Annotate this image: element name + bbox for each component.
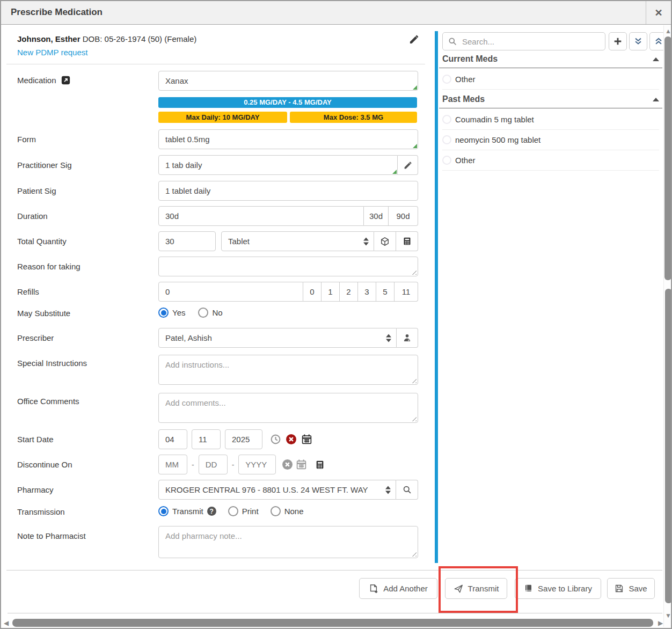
duration-input[interactable] — [158, 206, 364, 226]
prescriber-label: Prescriber — [17, 333, 54, 342]
dialog-titlebar: Prescribe Medication ✕ — [1, 1, 671, 25]
past-med-item-coumadin[interactable]: Coumadin 5 mg tablet — [442, 109, 659, 130]
dialog-scrollbar-thumb[interactable] — [665, 289, 672, 603]
clear-date-icon[interactable] — [286, 434, 297, 445]
duration-calculator-icon[interactable] — [315, 460, 325, 470]
med-radio[interactable] — [442, 115, 451, 124]
med-search-input[interactable] — [461, 36, 600, 47]
patient-sig-input[interactable] — [158, 181, 418, 201]
new-pdmp-request-link[interactable]: New PDMP request — [17, 48, 87, 57]
start-date-row — [158, 429, 418, 449]
doctor-icon[interactable] — [397, 328, 418, 348]
medication-input[interactable] — [158, 71, 418, 91]
substitute-no-label[interactable]: No — [212, 308, 222, 317]
collapse-triangle-icon — [653, 98, 659, 101]
start-year-input[interactable] — [225, 429, 262, 449]
past-meds-header[interactable]: Past Meds — [442, 94, 659, 104]
pharmacy-select[interactable]: KROGER CENTRAL 976 - 8801 U.S. 24 WEST F… — [158, 480, 396, 500]
start-date-label: Start Date — [17, 435, 54, 444]
substitute-no-radio[interactable] — [198, 308, 208, 318]
close-icon[interactable]: ✕ — [649, 5, 668, 20]
duration-row: 30d 90d — [158, 206, 418, 226]
titlebar-separator — [646, 1, 646, 24]
discontinue-day-input[interactable] — [199, 455, 228, 474]
calendar-icon[interactable] — [296, 459, 307, 470]
scroll-down-arrow[interactable]: ▼ — [665, 612, 671, 619]
prescriber-select[interactable]: Patel, Ashish — [158, 328, 397, 348]
special-instructions-input[interactable] — [158, 355, 418, 385]
start-month-input[interactable] — [158, 429, 187, 449]
external-link-icon[interactable] — [61, 76, 70, 85]
total-quantity-label: Total Quantity — [17, 237, 67, 246]
refills-quick-0-button[interactable]: 0 — [303, 282, 322, 302]
total-quantity-input[interactable] — [158, 231, 216, 251]
past-med-item-neomycin[interactable]: neomycin 500 mg tablet — [442, 130, 659, 150]
transmit-button[interactable]: Transmit — [445, 578, 507, 599]
add-another-button[interactable]: Add Another — [359, 578, 437, 599]
form-field-row — [158, 129, 418, 149]
start-day-input[interactable] — [192, 429, 221, 449]
refills-quick-1-button[interactable]: 1 — [322, 282, 340, 302]
add-med-plus-icon[interactable] — [609, 32, 627, 50]
practitioner-sig-input[interactable] — [158, 155, 398, 175]
section-underline — [439, 108, 662, 108]
med-radio[interactable] — [442, 75, 451, 84]
horizontal-scrollbar-thumb[interactable] — [12, 619, 653, 627]
past-med-item-other[interactable]: Other — [442, 150, 659, 171]
med-radio[interactable] — [442, 135, 451, 144]
quantity-unit-select[interactable]: Tablet — [221, 231, 374, 251]
transmission-print-radio[interactable] — [228, 506, 238, 516]
transmission-print-label[interactable]: Print — [242, 507, 259, 516]
calendar-icon[interactable] — [301, 434, 312, 445]
scroll-right-arrow[interactable]: ▶ — [658, 620, 663, 626]
scroll-left-arrow[interactable]: ◀ — [4, 620, 9, 626]
form-label: Form — [17, 135, 36, 144]
discontinue-year-input[interactable] — [238, 455, 276, 474]
current-med-item-other[interactable]: Other — [442, 69, 659, 90]
section-underline — [439, 68, 662, 68]
sidebar-accent-bar — [435, 31, 438, 563]
form-input[interactable] — [158, 129, 418, 149]
practitioner-sig-label: Practitioner Sig — [17, 160, 72, 170]
transmission-none-radio[interactable] — [271, 506, 281, 516]
pharmacy-search-icon[interactable] — [396, 480, 418, 500]
refills-quick-2-button[interactable]: 2 — [340, 282, 358, 302]
refills-input[interactable] — [158, 282, 303, 302]
transmit-help-icon[interactable]: ? — [207, 507, 216, 516]
refills-quick-11-button[interactable]: 11 — [395, 282, 418, 302]
pharmacy-note-input[interactable] — [158, 526, 418, 558]
quantity-calculator-icon[interactable] — [396, 231, 418, 251]
med-radio[interactable] — [442, 156, 451, 165]
transmission-none-label[interactable]: None — [284, 507, 304, 516]
refills-quick-3-button[interactable]: 3 — [358, 282, 376, 302]
office-comments-input[interactable] — [158, 393, 418, 423]
save-floppy-icon-button[interactable]: Save — [607, 578, 655, 599]
edit-patient-pencil-icon[interactable] — [409, 34, 419, 45]
current-meds-header[interactable]: Current Meds — [442, 54, 659, 64]
note-to-pharmacist-row — [158, 526, 418, 558]
substitute-yes-label[interactable]: Yes — [172, 308, 185, 317]
med-search-box — [442, 32, 605, 50]
reason-input[interactable] — [158, 257, 418, 276]
transmission-transmit-label[interactable]: Transmit — [172, 507, 203, 516]
practitioner-sig-row — [158, 155, 418, 175]
save-to-library-button[interactable]: Save to Library — [515, 578, 601, 599]
dialog-title: Prescribe Medication — [11, 7, 103, 18]
refills-quick-5-button[interactable]: 5 — [376, 282, 395, 302]
refills-row: 0 1 2 3 5 11 — [158, 282, 418, 302]
transmission-transmit-radio[interactable] — [158, 506, 169, 516]
expand-all-chevrons-icon[interactable] — [629, 32, 647, 50]
prescribe-medication-dialog: Prescribe Medication ✕ Johnson, Esther D… — [0, 0, 672, 629]
patient-sig-label: Patient Sig — [17, 186, 56, 195]
discontinue-month-input[interactable] — [158, 455, 187, 474]
duration-quick-30d-button[interactable]: 30d — [364, 206, 389, 226]
edit-sig-pencil-icon[interactable] — [398, 155, 418, 175]
sidebar-scrollbar-thumb[interactable] — [664, 36, 671, 280]
time-clock-icon[interactable] — [270, 434, 281, 445]
substitute-yes-radio[interactable] — [158, 308, 169, 318]
duration-quick-90d-button[interactable]: 90d — [389, 206, 418, 226]
dispense-package-icon[interactable] — [374, 231, 396, 251]
transmission-row: Transmit ? Print None — [158, 506, 418, 516]
clear-date-icon[interactable] — [282, 459, 293, 470]
scroll-up-arrow[interactable]: ▲ — [665, 28, 671, 34]
